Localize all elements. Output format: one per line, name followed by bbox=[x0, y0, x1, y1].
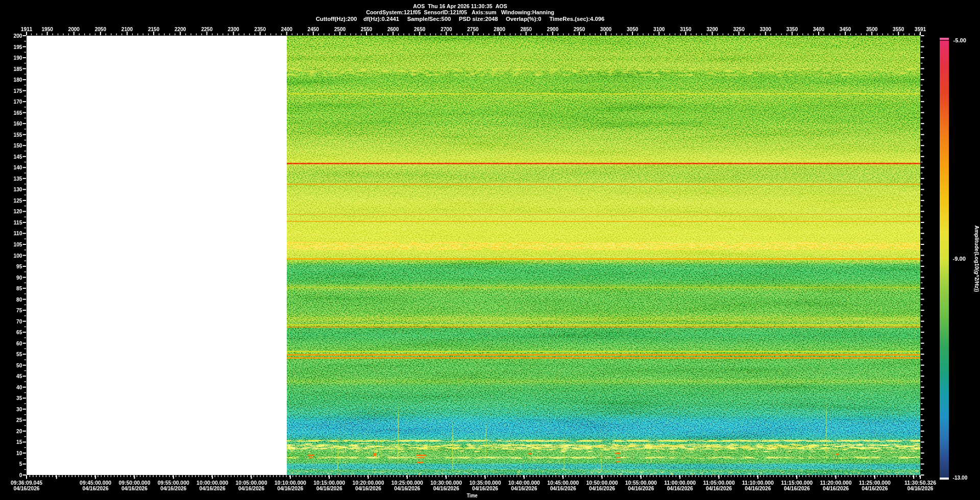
svg-text:10:05:00.000: 10:05:00.000 bbox=[235, 480, 267, 486]
svg-text:185: 185 bbox=[14, 66, 22, 72]
svg-text:-13.00: -13.00 bbox=[953, 474, 968, 481]
svg-text:2900: 2900 bbox=[547, 26, 558, 32]
svg-text:2250: 2250 bbox=[201, 26, 212, 32]
svg-text:2400: 2400 bbox=[281, 26, 292, 32]
svg-text:1950: 1950 bbox=[41, 26, 53, 32]
svg-text:150: 150 bbox=[14, 142, 22, 148]
svg-text:11:00:00.000: 11:00:00.000 bbox=[664, 480, 696, 486]
svg-text:175: 175 bbox=[14, 88, 22, 94]
svg-text:35: 35 bbox=[16, 395, 22, 401]
svg-text:3050: 3050 bbox=[627, 26, 638, 32]
svg-text:2650: 2650 bbox=[414, 26, 425, 32]
svg-text:11:10:00.000: 11:10:00.000 bbox=[742, 480, 774, 486]
svg-text:45: 45 bbox=[16, 373, 22, 379]
svg-text:2950: 2950 bbox=[574, 26, 585, 32]
svg-text:115: 115 bbox=[14, 219, 22, 226]
svg-text:04/16/2026: 04/16/2026 bbox=[277, 485, 303, 491]
svg-text:-5.00: -5.00 bbox=[953, 37, 967, 43]
svg-text:2100: 2100 bbox=[121, 26, 133, 32]
svg-text:10: 10 bbox=[16, 450, 22, 456]
svg-text:11:30:50.326: 11:30:50.326 bbox=[904, 480, 936, 486]
svg-text:3550: 3550 bbox=[893, 26, 904, 32]
svg-text:165: 165 bbox=[14, 110, 22, 116]
svg-text:120: 120 bbox=[14, 208, 22, 214]
svg-text:2750: 2750 bbox=[467, 26, 478, 32]
svg-text:04/16/2026: 04/16/2026 bbox=[200, 485, 226, 491]
svg-text:110: 110 bbox=[14, 230, 22, 236]
svg-text:04/16/2026: 04/16/2026 bbox=[121, 485, 148, 491]
svg-text:75: 75 bbox=[16, 307, 22, 313]
svg-text:04/16/2026: 04/16/2026 bbox=[589, 485, 615, 491]
svg-text:09:36:09.045: 09:36:09.045 bbox=[11, 480, 42, 486]
svg-text:04/16/2026: 04/16/2026 bbox=[823, 485, 849, 491]
svg-text:04/16/2026: 04/16/2026 bbox=[628, 485, 654, 491]
svg-text:195: 195 bbox=[14, 44, 22, 50]
svg-text:2700: 2700 bbox=[440, 26, 452, 32]
svg-text:10:40:00.000: 10:40:00.000 bbox=[508, 480, 540, 486]
svg-text:3200: 3200 bbox=[706, 26, 718, 32]
svg-text:Cuttoff(Hz):200 df(Hz):0.24: Cuttoff(Hz):200 df(Hz):0.2441 Sample/Sec… bbox=[316, 16, 605, 22]
svg-text:10:55:00.000: 10:55:00.000 bbox=[625, 480, 657, 486]
svg-text:155: 155 bbox=[14, 132, 22, 138]
svg-text:10:45:00.000: 10:45:00.000 bbox=[547, 480, 579, 486]
svg-text:2500: 2500 bbox=[334, 26, 346, 32]
svg-text:65: 65 bbox=[16, 329, 22, 335]
svg-text:0: 0 bbox=[19, 472, 22, 478]
svg-text:2050: 2050 bbox=[95, 26, 106, 32]
svg-text:AOS Thu 16 Apr 2026 11:30:35: AOS Thu 16 Apr 2026 11:30:35 AOS bbox=[413, 3, 507, 9]
svg-text:11:20:00.000: 11:20:00.000 bbox=[820, 480, 852, 486]
svg-text:5: 5 bbox=[19, 461, 22, 467]
svg-text:04/16/2026: 04/16/2026 bbox=[433, 485, 459, 491]
svg-text:3250: 3250 bbox=[733, 26, 744, 32]
svg-text:11:25:00.000: 11:25:00.000 bbox=[859, 480, 891, 486]
svg-text:11:05:00.000: 11:05:00.000 bbox=[703, 480, 735, 486]
svg-text:10:50:00.000: 10:50:00.000 bbox=[586, 480, 618, 486]
svg-text:160: 160 bbox=[14, 120, 22, 127]
svg-text:-9.00: -9.00 bbox=[953, 256, 966, 262]
svg-text:10:30:00.000: 10:30:00.000 bbox=[430, 480, 462, 486]
svg-text:30: 30 bbox=[16, 406, 22, 412]
svg-text:04/16/2026: 04/16/2026 bbox=[667, 485, 693, 491]
svg-text:80: 80 bbox=[16, 296, 22, 303]
svg-text:3500: 3500 bbox=[866, 26, 877, 32]
svg-text:04/16/2026: 04/16/2026 bbox=[160, 485, 186, 491]
svg-text:170: 170 bbox=[14, 98, 22, 105]
svg-text:10:35:00.000: 10:35:00.000 bbox=[469, 480, 501, 486]
svg-text:200: 200 bbox=[14, 33, 22, 39]
svg-text:85: 85 bbox=[16, 285, 22, 291]
svg-text:04/16/2026: 04/16/2026 bbox=[706, 485, 732, 491]
svg-text:04/16/2026: 04/16/2026 bbox=[862, 485, 888, 491]
svg-text:10:25:00.000: 10:25:00.000 bbox=[391, 480, 423, 486]
svg-text:10:15:00.000: 10:15:00.000 bbox=[313, 480, 345, 486]
svg-text:2300: 2300 bbox=[228, 26, 239, 32]
svg-text:04/16/2026: 04/16/2026 bbox=[908, 485, 934, 491]
svg-text:15: 15 bbox=[16, 439, 22, 445]
svg-text:Amplitude(Log10(g^2/Hz)): Amplitude(Log10(g^2/Hz)) bbox=[974, 226, 980, 292]
svg-text:130: 130 bbox=[14, 186, 22, 192]
svg-text:3400: 3400 bbox=[813, 26, 824, 32]
svg-text:11:15:00.000: 11:15:00.000 bbox=[781, 480, 813, 486]
svg-text:190: 190 bbox=[14, 55, 22, 61]
svg-text:2550: 2550 bbox=[361, 26, 372, 32]
svg-text:3300: 3300 bbox=[760, 26, 771, 32]
svg-text:2850: 2850 bbox=[520, 26, 531, 32]
svg-text:3350: 3350 bbox=[787, 26, 798, 32]
svg-text:2600: 2600 bbox=[387, 26, 399, 32]
svg-text:04/16/2026: 04/16/2026 bbox=[784, 485, 810, 491]
svg-text:CoordSystem:121f05 SensorID:1: CoordSystem:121f05 SensorID:121f05 Axis:… bbox=[366, 9, 554, 15]
svg-text:2800: 2800 bbox=[494, 26, 505, 32]
svg-text:09:55:00.000: 09:55:00.000 bbox=[158, 480, 189, 486]
svg-text:10:00:00.000: 10:00:00.000 bbox=[197, 480, 228, 486]
svg-text:2350: 2350 bbox=[254, 26, 265, 32]
svg-text:04/16/2026: 04/16/2026 bbox=[394, 485, 420, 491]
svg-text:04/16/2026: 04/16/2026 bbox=[550, 485, 576, 491]
svg-text:2450: 2450 bbox=[308, 26, 319, 32]
svg-text:10:10:00.000: 10:10:00.000 bbox=[275, 480, 306, 486]
svg-text:90: 90 bbox=[16, 274, 22, 281]
svg-text:Time: Time bbox=[467, 492, 478, 498]
svg-text:100: 100 bbox=[14, 253, 22, 259]
svg-text:135: 135 bbox=[14, 176, 22, 182]
svg-text:145: 145 bbox=[14, 154, 22, 160]
svg-text:04/16/2026: 04/16/2026 bbox=[511, 485, 537, 491]
svg-text:3450: 3450 bbox=[840, 26, 851, 32]
